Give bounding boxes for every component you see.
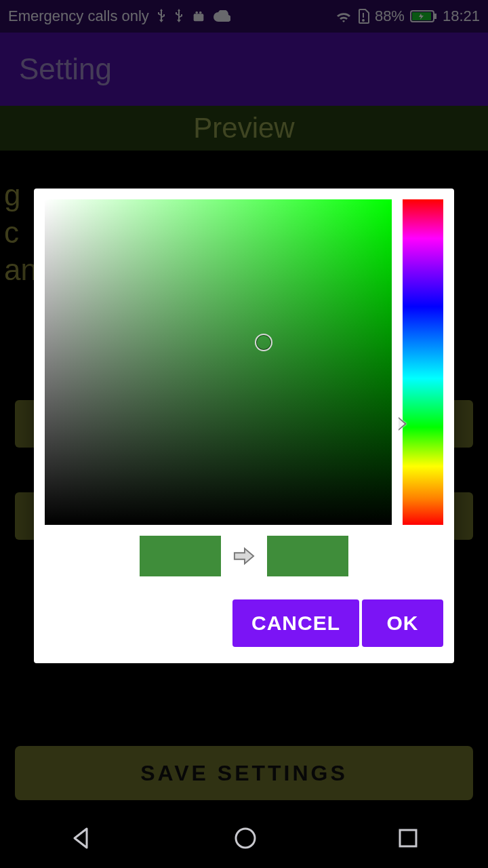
saturation-value-box[interactable]	[45, 199, 392, 525]
hue-strip[interactable]	[403, 199, 443, 525]
swatch-row	[45, 536, 443, 576]
ok-button[interactable]: OK	[362, 599, 443, 647]
nav-recent-icon[interactable]	[397, 827, 419, 852]
arrow-right-icon	[233, 545, 255, 567]
color-picker-dialog: CANCEL OK	[34, 189, 454, 663]
sv-cursor[interactable]	[255, 334, 272, 351]
svg-rect-9	[400, 830, 416, 846]
hue-pointer[interactable]	[399, 417, 407, 431]
old-color-swatch	[140, 536, 221, 576]
nav-home-icon[interactable]	[232, 825, 258, 854]
nav-back-icon[interactable]	[69, 826, 94, 853]
new-color-swatch	[267, 536, 348, 576]
svg-point-8	[236, 829, 255, 848]
picker-row	[45, 199, 443, 525]
dialog-button-row: CANCEL OK	[45, 599, 443, 647]
cancel-button[interactable]: CANCEL	[232, 599, 359, 647]
nav-bar	[0, 811, 488, 868]
